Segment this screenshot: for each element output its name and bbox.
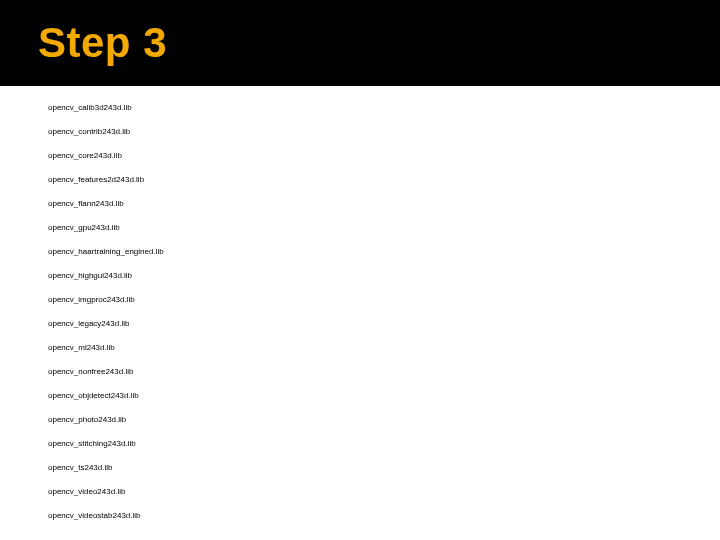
list-item: opencv_calib3d243d.lib <box>48 104 720 112</box>
list-item: opencv_haartraining_engined.lib <box>48 248 720 256</box>
list-item: opencv_contrib243d.lib <box>48 128 720 136</box>
list-item: opencv_nonfree243d.lib <box>48 368 720 376</box>
lib-list: opencv_calib3d243d.lib opencv_contrib243… <box>0 86 720 520</box>
list-item: opencv_highgui243d.lib <box>48 272 720 280</box>
list-item: opencv_core243d.lib <box>48 152 720 160</box>
list-item: opencv_stitching243d.lib <box>48 440 720 448</box>
list-item: opencv_photo243d.lib <box>48 416 720 424</box>
page-title: Step 3 <box>38 19 167 67</box>
list-item: opencv_legacy243d.lib <box>48 320 720 328</box>
list-item: opencv_flann243d.lib <box>48 200 720 208</box>
list-item: opencv_features2d243d.lib <box>48 176 720 184</box>
list-item: opencv_gpu243d.lib <box>48 224 720 232</box>
list-item: opencv_ml243d.lib <box>48 344 720 352</box>
slide-header: Step 3 <box>0 0 720 86</box>
list-item: opencv_video243d.lib <box>48 488 720 496</box>
list-item: opencv_ts243d.lib <box>48 464 720 472</box>
list-item: opencv_videostab243d.lib <box>48 512 720 520</box>
list-item: opencv_imgproc243d.lib <box>48 296 720 304</box>
list-item: opencv_objdetect243d.lib <box>48 392 720 400</box>
